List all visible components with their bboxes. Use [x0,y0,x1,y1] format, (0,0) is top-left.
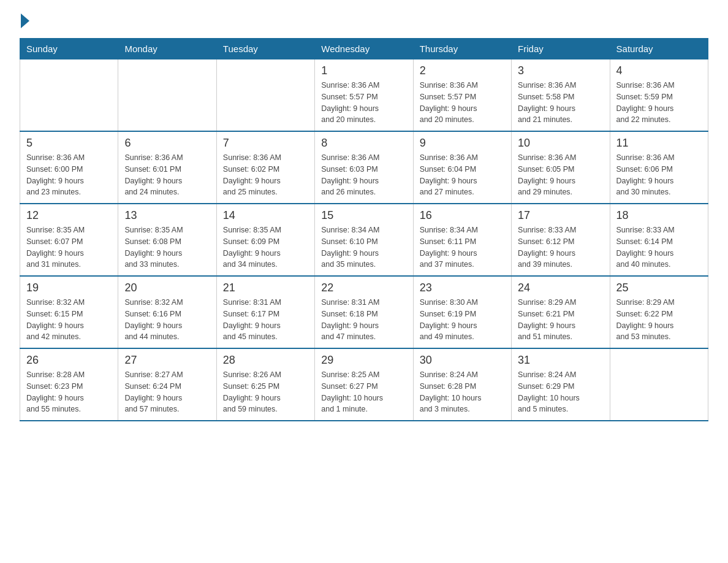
calendar-day-13: 13Sunrise: 8:35 AM Sunset: 6:08 PM Dayli… [118,204,216,276]
day-number: 23 [420,282,505,294]
day-info: Sunrise: 8:32 AM Sunset: 6:15 PM Dayligh… [26,297,112,343]
calendar-header-monday: Monday [118,39,216,59]
day-info: Sunrise: 8:30 AM Sunset: 6:19 PM Dayligh… [420,297,505,343]
day-info: Sunrise: 8:24 AM Sunset: 6:29 PM Dayligh… [518,369,603,415]
day-info: Sunrise: 8:36 AM Sunset: 6:06 PM Dayligh… [616,152,702,198]
calendar-day-18: 18Sunrise: 8:33 AM Sunset: 6:14 PM Dayli… [610,204,708,276]
day-number: 14 [223,209,308,222]
calendar-day-10: 10Sunrise: 8:36 AM Sunset: 6:05 PM Dayli… [512,131,610,204]
page-header [20,15,708,28]
day-info: Sunrise: 8:36 AM Sunset: 5:57 PM Dayligh… [420,80,505,126]
calendar-day-26: 26Sunrise: 8:28 AM Sunset: 6:23 PM Dayli… [20,348,118,421]
day-info: Sunrise: 8:32 AM Sunset: 6:16 PM Dayligh… [124,297,210,343]
calendar-day-9: 9Sunrise: 8:36 AM Sunset: 6:04 PM Daylig… [413,131,511,204]
day-info: Sunrise: 8:36 AM Sunset: 6:02 PM Dayligh… [223,152,308,198]
calendar-header-thursday: Thursday [413,39,511,59]
day-number: 4 [616,64,702,77]
calendar-day-16: 16Sunrise: 8:34 AM Sunset: 6:11 PM Dayli… [413,204,511,276]
day-number: 24 [518,282,603,294]
day-info: Sunrise: 8:36 AM Sunset: 6:00 PM Dayligh… [26,152,112,198]
calendar-empty-cell [118,59,216,132]
calendar-day-28: 28Sunrise: 8:26 AM Sunset: 6:25 PM Dayli… [216,348,314,421]
calendar-day-4: 4Sunrise: 8:36 AM Sunset: 5:59 PM Daylig… [610,59,708,132]
calendar-header-saturday: Saturday [610,39,708,59]
day-number: 10 [518,137,603,150]
calendar-table: SundayMondayTuesdayWednesdayThursdayFrid… [20,38,708,421]
calendar-empty-cell [20,59,118,132]
day-info: Sunrise: 8:28 AM Sunset: 6:23 PM Dayligh… [26,369,112,415]
calendar-day-15: 15Sunrise: 8:34 AM Sunset: 6:10 PM Dayli… [315,204,413,276]
day-number: 3 [518,64,603,77]
calendar-day-7: 7Sunrise: 8:36 AM Sunset: 6:02 PM Daylig… [216,131,314,204]
logo [20,15,32,28]
logo-arrow-icon [21,13,29,28]
day-number: 20 [124,282,210,294]
day-info: Sunrise: 8:25 AM Sunset: 6:27 PM Dayligh… [321,369,406,415]
calendar-day-11: 11Sunrise: 8:36 AM Sunset: 6:06 PM Dayli… [610,131,708,204]
day-number: 2 [420,64,505,77]
calendar-day-22: 22Sunrise: 8:31 AM Sunset: 6:18 PM Dayli… [315,276,413,348]
day-number: 16 [420,209,505,222]
calendar-day-8: 8Sunrise: 8:36 AM Sunset: 6:03 PM Daylig… [315,131,413,204]
day-number: 9 [420,137,505,150]
day-info: Sunrise: 8:24 AM Sunset: 6:28 PM Dayligh… [420,369,505,415]
calendar-week-row: 26Sunrise: 8:28 AM Sunset: 6:23 PM Dayli… [20,348,708,421]
day-info: Sunrise: 8:34 AM Sunset: 6:11 PM Dayligh… [420,224,505,270]
day-number: 25 [616,282,702,294]
day-number: 29 [321,354,406,367]
day-number: 22 [321,282,406,294]
day-number: 19 [26,282,112,294]
calendar-week-row: 12Sunrise: 8:35 AM Sunset: 6:07 PM Dayli… [20,204,708,276]
calendar-day-6: 6Sunrise: 8:36 AM Sunset: 6:01 PM Daylig… [118,131,216,204]
day-info: Sunrise: 8:36 AM Sunset: 6:04 PM Dayligh… [420,152,505,198]
day-info: Sunrise: 8:35 AM Sunset: 6:07 PM Dayligh… [26,224,112,270]
day-number: 27 [124,354,210,367]
day-info: Sunrise: 8:36 AM Sunset: 6:01 PM Dayligh… [124,152,210,198]
day-number: 18 [616,209,702,222]
day-number: 1 [321,64,406,77]
calendar-day-3: 3Sunrise: 8:36 AM Sunset: 5:58 PM Daylig… [512,59,610,132]
day-info: Sunrise: 8:36 AM Sunset: 5:58 PM Dayligh… [518,80,603,126]
calendar-day-27: 27Sunrise: 8:27 AM Sunset: 6:24 PM Dayli… [118,348,216,421]
calendar-day-24: 24Sunrise: 8:29 AM Sunset: 6:21 PM Dayli… [512,276,610,348]
day-number: 11 [616,137,702,150]
calendar-empty-cell [610,348,708,421]
day-info: Sunrise: 8:33 AM Sunset: 6:12 PM Dayligh… [518,224,603,270]
day-number: 7 [223,137,308,150]
calendar-day-1: 1Sunrise: 8:36 AM Sunset: 5:57 PM Daylig… [315,59,413,132]
day-number: 31 [518,354,603,367]
calendar-header-friday: Friday [512,39,610,59]
calendar-header-tuesday: Tuesday [216,39,314,59]
calendar-day-17: 17Sunrise: 8:33 AM Sunset: 6:12 PM Dayli… [512,204,610,276]
day-info: Sunrise: 8:36 AM Sunset: 5:59 PM Dayligh… [616,80,702,126]
day-info: Sunrise: 8:31 AM Sunset: 6:18 PM Dayligh… [321,297,406,343]
day-info: Sunrise: 8:31 AM Sunset: 6:17 PM Dayligh… [223,297,308,343]
day-info: Sunrise: 8:35 AM Sunset: 6:09 PM Dayligh… [223,224,308,270]
day-info: Sunrise: 8:33 AM Sunset: 6:14 PM Dayligh… [616,224,702,270]
day-info: Sunrise: 8:26 AM Sunset: 6:25 PM Dayligh… [223,369,308,415]
calendar-day-19: 19Sunrise: 8:32 AM Sunset: 6:15 PM Dayli… [20,276,118,348]
calendar-day-14: 14Sunrise: 8:35 AM Sunset: 6:09 PM Dayli… [216,204,314,276]
calendar-day-31: 31Sunrise: 8:24 AM Sunset: 6:29 PM Dayli… [512,348,610,421]
calendar-week-row: 5Sunrise: 8:36 AM Sunset: 6:00 PM Daylig… [20,131,708,204]
day-number: 15 [321,209,406,222]
calendar-empty-cell [216,59,314,132]
calendar-header-sunday: Sunday [20,39,118,59]
calendar-week-row: 1Sunrise: 8:36 AM Sunset: 5:57 PM Daylig… [20,59,708,132]
calendar-day-12: 12Sunrise: 8:35 AM Sunset: 6:07 PM Dayli… [20,204,118,276]
day-number: 28 [223,354,308,367]
calendar-header-wednesday: Wednesday [315,39,413,59]
calendar-day-25: 25Sunrise: 8:29 AM Sunset: 6:22 PM Dayli… [610,276,708,348]
calendar-day-21: 21Sunrise: 8:31 AM Sunset: 6:17 PM Dayli… [216,276,314,348]
calendar-day-20: 20Sunrise: 8:32 AM Sunset: 6:16 PM Dayli… [118,276,216,348]
day-info: Sunrise: 8:34 AM Sunset: 6:10 PM Dayligh… [321,224,406,270]
calendar-day-23: 23Sunrise: 8:30 AM Sunset: 6:19 PM Dayli… [413,276,511,348]
day-number: 21 [223,282,308,294]
day-number: 5 [26,137,112,150]
day-info: Sunrise: 8:29 AM Sunset: 6:21 PM Dayligh… [518,297,603,343]
day-number: 17 [518,209,603,222]
calendar-day-5: 5Sunrise: 8:36 AM Sunset: 6:00 PM Daylig… [20,131,118,204]
day-number: 30 [420,354,505,367]
calendar-header-row: SundayMondayTuesdayWednesdayThursdayFrid… [20,39,708,59]
day-number: 8 [321,137,406,150]
